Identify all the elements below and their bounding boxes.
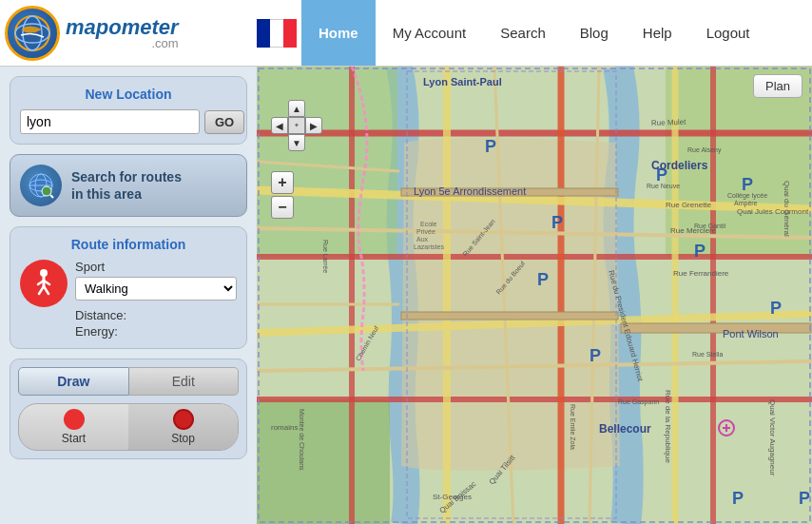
svg-text:Lazaristes: Lazaristes: [414, 243, 444, 250]
svg-text:Rue Stella: Rue Stella: [692, 351, 723, 358]
start-label: Start: [62, 432, 86, 445]
svg-text:St-Georges: St-Georges: [433, 493, 472, 501]
svg-point-7: [42, 186, 51, 196]
svg-text:Collège lycée: Collège lycée: [727, 192, 767, 200]
svg-text:Quai Victor Augagneur: Quai Victor Augagneur: [768, 399, 777, 476]
route-info-content: Sport Walking Running Cycling Swimming D…: [20, 260, 237, 339]
svg-rect-37: [621, 323, 811, 333]
france-flag: [257, 19, 297, 48]
stop-button[interactable]: Stop: [128, 404, 238, 450]
svg-text:romains: romains: [271, 423, 298, 432]
stop-dot: [173, 409, 194, 430]
location-input-row: GO: [20, 109, 237, 134]
pan-down-button[interactable]: ▼: [288, 134, 305, 151]
svg-text:Quai du Général: Quai du Général: [783, 181, 791, 237]
route-info-title: Route information: [20, 237, 237, 252]
logo-text: mapometer .com: [66, 15, 179, 50]
svg-line-14: [44, 286, 48, 294]
go-button[interactable]: GO: [204, 110, 244, 134]
svg-text:Rue Alseny: Rue Alseny: [687, 146, 722, 154]
pan-right-button[interactable]: ▶: [305, 117, 322, 134]
edit-button[interactable]: Edit: [129, 367, 240, 396]
svg-text:Ampère: Ampère: [734, 200, 758, 207]
svg-text:Rue Gasparin: Rue Gasparin: [618, 398, 659, 406]
svg-text:Ecole: Ecole: [420, 221, 437, 227]
pan-control: ▲ ◀ ✦ ▶ ▼: [271, 100, 322, 151]
logo-icon: [5, 6, 60, 61]
start-button[interactable]: Start: [19, 404, 128, 450]
svg-text:P: P: [799, 489, 810, 508]
svg-text:P: P: [551, 213, 563, 232]
svg-text:P: P: [742, 175, 753, 194]
svg-text:Lyon Saint-Paul: Lyon Saint-Paul: [423, 76, 502, 87]
flag-white: [270, 19, 283, 48]
svg-text:Lyon 5e Arrondissement: Lyon 5e Arrondissement: [414, 185, 526, 197]
map-svg: P P P P P P P P P P Lyon Saint-Paul Lyon…: [257, 67, 812, 524]
svg-text:P: P: [770, 299, 782, 318]
sidebar: New Location GO Search for routes: [0, 67, 257, 524]
zoom-in-button[interactable]: +: [271, 171, 294, 194]
svg-text:Rue Emile Zola: Rue Emile Zola: [570, 404, 576, 450]
svg-text:Rue Grenette: Rue Grenette: [666, 201, 712, 209]
flag-blue: [257, 19, 270, 48]
stop-label: Stop: [171, 432, 195, 445]
new-location-panel: New Location GO: [10, 76, 247, 145]
header: mapometer .com Home My Account Search Bl…: [0, 0, 812, 67]
nav-area: Home My Account Search Blog Help Logout: [257, 0, 812, 66]
draw-edit-section: Draw Edit Start Stop: [10, 359, 247, 459]
energy-label: Energy:: [75, 324, 237, 339]
svg-text:Montée de Choulans: Montée de Choulans: [299, 409, 305, 471]
svg-text:Rue Gantil: Rue Gantil: [694, 223, 726, 229]
svg-text:Rue Larrée: Rue Larrée: [322, 240, 329, 273]
logo-area: mapometer .com: [0, 6, 257, 61]
search-globe-icon: [20, 165, 62, 206]
start-dot: [64, 409, 85, 430]
svg-line-13: [39, 286, 44, 294]
svg-text:Rue de la Republique: Rue de la Republique: [664, 390, 672, 463]
svg-text:Cordeliers: Cordeliers: [651, 159, 708, 172]
svg-text:Quai Jules Courmont: Quai Jules Courmont: [737, 207, 809, 216]
flag-red: [283, 19, 297, 48]
svg-text:P: P: [694, 242, 706, 261]
nav-blog[interactable]: Blog: [563, 0, 626, 66]
pan-center-button[interactable]: ✦: [288, 117, 305, 134]
svg-text:P: P: [485, 137, 496, 156]
svg-text:Aux: Aux: [416, 236, 429, 243]
search-routes-button[interactable]: Search for routes in this area: [10, 154, 247, 217]
walking-icon: [20, 260, 68, 307]
nav-links: Home My Account Search Blog Help Logout: [301, 0, 767, 66]
new-location-title: New Location: [20, 87, 237, 102]
svg-text:Pont Wilson: Pont Wilson: [723, 328, 779, 340]
nav-help[interactable]: Help: [626, 0, 689, 66]
svg-rect-16: [257, 399, 390, 524]
nav-logout[interactable]: Logout: [689, 0, 767, 66]
pan-left-button[interactable]: ◀: [271, 117, 288, 134]
nav-my-account[interactable]: My Account: [376, 0, 484, 66]
svg-text:P: P: [590, 346, 601, 365]
nav-home[interactable]: Home: [301, 0, 376, 66]
svg-rect-36: [401, 312, 618, 320]
svg-text:P: P: [732, 489, 744, 508]
distance-label: Distance:: [75, 308, 237, 322]
sport-section: Sport Walking Running Cycling Swimming D…: [75, 260, 237, 339]
svg-text:Privée: Privée: [416, 228, 435, 235]
svg-text:Rue Mulet: Rue Mulet: [651, 118, 687, 127]
svg-text:P: P: [537, 270, 549, 289]
draw-button[interactable]: Draw: [18, 367, 129, 396]
plan-button[interactable]: Plan: [753, 74, 802, 98]
sport-label: Sport: [75, 260, 237, 274]
map-area[interactable]: P P P P P P P P P P Lyon Saint-Paul Lyon…: [257, 67, 812, 524]
draw-edit-row: Draw Edit: [18, 367, 239, 396]
svg-line-8: [50, 195, 53, 198]
start-stop-toggle: Start Stop: [18, 403, 239, 451]
location-input[interactable]: [20, 109, 200, 134]
pan-up-button[interactable]: ▲: [288, 100, 305, 117]
zoom-out-button[interactable]: −: [271, 196, 294, 219]
logo-com: .com: [66, 36, 179, 50]
svg-text:Rue Ferrandiere: Rue Ferrandiere: [673, 269, 729, 278]
svg-text:Bellecour: Bellecour: [599, 422, 651, 436]
svg-text:Rue Neuve: Rue Neuve: [647, 183, 680, 189]
main-content: New Location GO Search for routes: [0, 67, 812, 524]
sport-select[interactable]: Walking Running Cycling Swimming: [75, 277, 237, 301]
nav-search[interactable]: Search: [483, 0, 563, 66]
